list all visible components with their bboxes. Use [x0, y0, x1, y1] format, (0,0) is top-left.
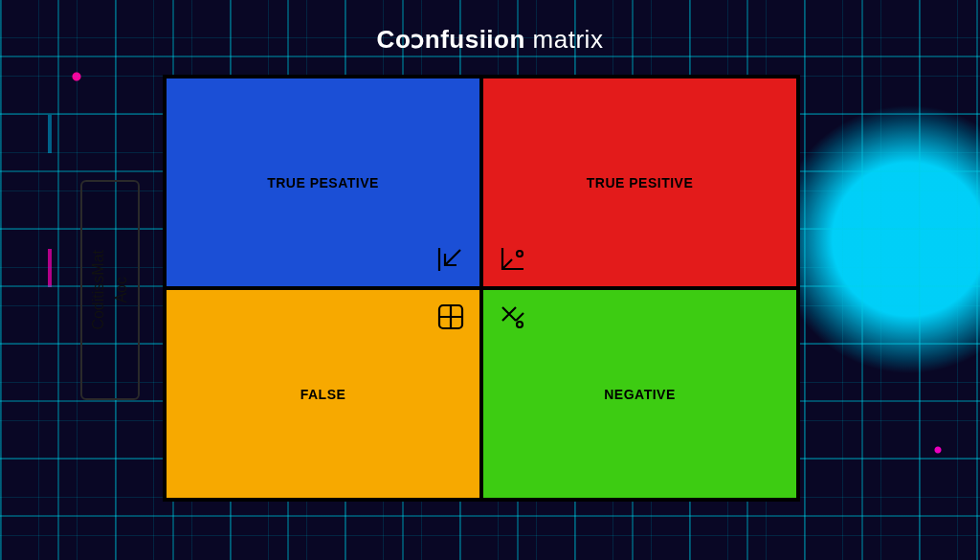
svg-point-0	[517, 251, 523, 257]
y-axis-label-box: CoditissMat Aoc	[80, 180, 140, 400]
confusion-matrix: TRUE PESATIVE TRUE PESITIVE FALSE NEGATI…	[163, 75, 800, 502]
svg-point-2	[517, 322, 523, 327]
cell-label: FALSE	[301, 387, 346, 402]
cell-label: TRUE PESATIVE	[267, 175, 379, 190]
axis-dot-icon	[495, 242, 529, 277]
arrow-in-down-left-icon	[434, 242, 468, 277]
title-bold: Coɔnfusiion	[377, 25, 525, 54]
y-axis-label-2: Aoc	[113, 277, 130, 303]
cell-label: NEGATIVE	[604, 387, 676, 402]
cell-true-pesative: TRUE PESATIVE	[167, 78, 479, 286]
cell-label: TRUE PESITIVE	[587, 175, 694, 190]
grid-2x2-icon	[434, 300, 468, 334]
cell-false: FALSE	[167, 290, 479, 498]
scissors-arrow-icon	[495, 300, 529, 334]
title-thin: matrix	[533, 25, 604, 54]
cell-true-pesitive: TRUE PESITIVE	[483, 78, 796, 286]
cell-negative: NEGATIVE	[483, 290, 796, 498]
diagram-title: Coɔnfusiion matrix	[0, 25, 980, 55]
y-axis-label-1: CoditissMat	[90, 250, 107, 330]
